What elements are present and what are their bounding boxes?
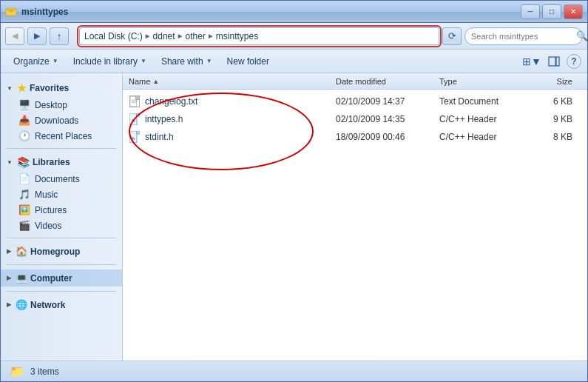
pictures-icon: 🖼️ (18, 204, 30, 215)
breadcrumb-current[interactable]: msinttypes (216, 31, 258, 41)
libraries-chevron: ▼ (7, 159, 13, 166)
sep1: ► (144, 32, 152, 40)
breadcrumb[interactable]: Local Disk (C:) ► ddnet ► other ► msintt… (79, 27, 439, 45)
file-size-inttypes: 9 KB (528, 114, 572, 124)
breadcrumb-item-other[interactable]: other (186, 31, 206, 41)
svg-rect-7 (137, 96, 139, 98)
share-with-button[interactable]: Share with ▼ (155, 53, 219, 70)
file-size-changelog: 6 KB (528, 96, 572, 107)
svg-text:h: h (132, 118, 135, 123)
network-header[interactable]: ▶ 🌐 Network (1, 296, 122, 313)
window-controls: ─ □ ✕ (521, 4, 583, 19)
divider2 (7, 238, 116, 238)
preview-pane-button[interactable] (544, 53, 564, 70)
file-row-changelog[interactable]: changelog.txt 02/10/2009 14:37 Text Docu… (123, 93, 587, 110)
sidebar-item-documents[interactable]: 📄 Documents (1, 171, 122, 187)
network-section: ▶ 🌐 Network (1, 296, 122, 313)
search-icon[interactable]: 🔍 (576, 30, 588, 41)
network-chevron: ▶ (7, 301, 11, 308)
file-row-stdint[interactable]: h stdint.h 18/09/2009 00:46 C/C++ Header (123, 128, 587, 146)
h-file-icon-inttypes: h (129, 113, 141, 126)
videos-icon: 🎬 (18, 220, 30, 231)
network-icon: 🌐 (16, 299, 27, 310)
file-list: changelog.txt 02/10/2009 14:37 Text Docu… (123, 90, 587, 361)
svg-rect-3 (549, 57, 555, 66)
file-date-stdint: 18/09/2009 00:46 (336, 132, 439, 142)
back-button[interactable]: ◀ (5, 27, 24, 45)
include-label: Include in library (73, 56, 138, 67)
file-area: Name ▲ Date modified Type Size (123, 73, 587, 361)
network-label: Network (30, 300, 65, 310)
music-icon: 🎵 (18, 189, 30, 200)
title-bar: msinttypes ─ □ ✕ (1, 1, 587, 23)
organize-button[interactable]: Organize ▼ (7, 53, 65, 70)
include-in-library-button[interactable]: Include in library ▼ (67, 53, 153, 70)
close-button[interactable]: ✕ (564, 4, 583, 19)
file-date-inttypes: 02/10/2009 14:35 (336, 114, 439, 124)
include-chevron: ▼ (141, 58, 146, 64)
sidebar-item-downloads[interactable]: 📥 Downloads (1, 113, 122, 128)
computer-header[interactable]: ▶ 💻 Computer (1, 269, 122, 286)
txt-file-icon (129, 95, 141, 108)
col-header-type[interactable]: Type (439, 77, 528, 86)
search-input[interactable] (471, 32, 573, 41)
sep2: ► (177, 32, 184, 40)
computer-section: ▶ 💻 Computer (1, 269, 122, 286)
file-type-stdint: C/C++ Header (439, 132, 528, 142)
sidebar-item-desktop[interactable]: 🖥️ Desktop (1, 97, 122, 113)
sep3: ► (207, 32, 214, 40)
title-bar-left: msinttypes (5, 6, 68, 18)
favorites-header[interactable]: ▼ ★ Favorites (1, 79, 122, 97)
forward-button[interactable]: ▶ (27, 27, 47, 45)
status-count: 3 items (30, 366, 59, 377)
maximize-button[interactable]: □ (542, 4, 561, 19)
file-row-inttypes[interactable]: h inttypes.h 02/10/2009 14:35 C/C++ Head… (123, 110, 587, 128)
share-label: Share with (161, 56, 203, 67)
sidebar-item-pictures[interactable]: 🖼️ Pictures (1, 202, 122, 218)
sort-arrow: ▲ (152, 78, 159, 85)
minimize-button[interactable]: ─ (521, 4, 540, 19)
svg-marker-6 (137, 96, 139, 98)
libraries-section: ▼ 📚 Libraries 📄 Documents 🎵 Music 🖼️ Pic… (1, 153, 122, 233)
file-name-stdint: h stdint.h (129, 130, 336, 144)
recent-places-icon: 🕐 (18, 130, 30, 141)
col-header-size[interactable]: Size (528, 77, 572, 86)
file-size-stdint: 8 KB (528, 132, 572, 142)
divider3 (7, 264, 116, 265)
help-button[interactable]: ? (567, 54, 581, 69)
toolbar-right: ⊞▼ ? (522, 53, 581, 70)
breadcrumb-item-localdisk[interactable]: Local Disk (C:) (84, 31, 143, 41)
window-icon (5, 6, 17, 18)
breadcrumb-item-ddnet[interactable]: ddnet (153, 31, 175, 41)
new-folder-label: New folder (227, 56, 269, 67)
col-header-name[interactable]: Name ▲ (129, 77, 336, 86)
new-folder-button[interactable]: New folder (220, 53, 276, 70)
filename-changelog: changelog.txt (145, 96, 197, 107)
file-area-wrapper: Name ▲ Date modified Type Size (123, 73, 587, 361)
window-title: msinttypes (21, 7, 68, 17)
filename-inttypes: inttypes.h (145, 114, 183, 124)
homegroup-header[interactable]: ▶ 🏠 Homegroup (1, 243, 122, 260)
sidebar-item-recent-places[interactable]: 🕐 Recent Places (1, 128, 122, 144)
up-button[interactable]: ↑ (50, 27, 69, 45)
desktop-icon: 🖥️ (18, 99, 30, 110)
search-bar: 🔍 (464, 27, 583, 45)
favorites-section: ▼ ★ Favorites 🖥️ Desktop 📥 Downloads 🕐 R… (1, 79, 122, 144)
documents-icon: 📄 (18, 173, 30, 184)
sidebar-item-music[interactable]: 🎵 Music (1, 187, 122, 202)
favorites-star-icon: ★ (17, 82, 27, 94)
sidebar-item-videos[interactable]: 🎬 Videos (1, 218, 122, 233)
organize-chevron: ▼ (53, 58, 58, 64)
svg-rect-17 (137, 131, 140, 134)
refresh-button[interactable]: ⟳ (442, 27, 462, 45)
downloads-icon: 📥 (18, 115, 30, 126)
change-view-button[interactable]: ⊞▼ (522, 53, 541, 70)
col-header-date[interactable]: Date modified (336, 77, 439, 86)
file-date-changelog: 02/10/2009 14:37 (336, 96, 439, 107)
svg-rect-13 (137, 113, 140, 116)
libraries-header[interactable]: ▼ 📚 Libraries (1, 153, 122, 171)
libraries-label: Libraries (33, 157, 70, 167)
divider4 (7, 291, 116, 292)
computer-icon: 💻 (16, 272, 27, 284)
libraries-icon: 📚 (17, 156, 30, 168)
